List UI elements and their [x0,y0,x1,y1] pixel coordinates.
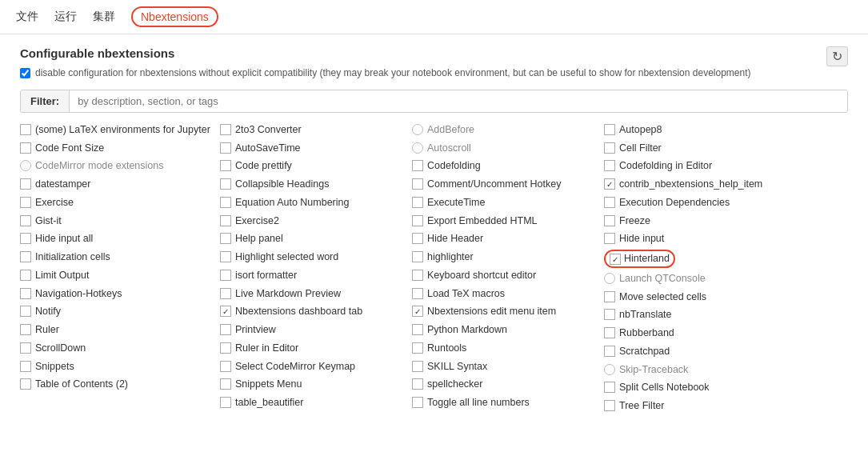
extension-checkbox[interactable] [412,361,423,372]
list-item[interactable]: Rubberband [604,326,780,341]
list-item[interactable]: 2to3 Converter [220,122,412,138]
extension-checkbox[interactable] [20,306,31,317]
list-item[interactable]: Split Cells Notebook [604,380,780,395]
list-item[interactable]: Move selected cells [604,290,780,305]
extension-checkbox[interactable] [604,382,615,393]
list-item[interactable]: Python Markdown [412,322,604,338]
extension-checkbox[interactable] [20,378,31,390]
extension-checkbox[interactable] [20,324,31,335]
list-item[interactable]: Live Markdown Preview [220,286,412,302]
extension-checkbox[interactable] [20,342,31,354]
list-item[interactable]: Tree Filter [604,398,780,414]
extension-checkbox[interactable] [412,251,423,262]
extension-checkbox[interactable] [604,291,615,302]
extension-checkbox[interactable] [412,124,423,135]
extension-checkbox[interactable] [20,270,31,281]
config-checkbox[interactable] [20,68,30,78]
extension-checkbox[interactable] [20,251,31,262]
extension-checkbox[interactable] [220,397,231,408]
extension-checkbox[interactable] [412,288,423,299]
extension-checkbox[interactable]: ✓ [220,306,231,317]
list-item[interactable]: Hide Header [412,231,604,246]
list-item[interactable]: Scratchpad [604,344,780,359]
extension-checkbox[interactable] [412,160,423,171]
extension-checkbox[interactable] [604,327,615,338]
nav-run[interactable]: 运行 [54,10,77,24]
list-item[interactable]: Printview [220,322,412,338]
extension-checkbox[interactable] [220,270,231,281]
list-item[interactable]: Initialization cells [20,250,220,265]
list-item[interactable]: Toggle all line numbers [412,395,604,410]
list-item[interactable]: ScrollDown [20,341,220,356]
extension-checkbox[interactable] [20,160,31,171]
list-item[interactable]: Snippets [20,359,220,374]
nav-cluster[interactable]: 集群 [93,10,115,24]
extension-checkbox[interactable] [604,364,615,375]
extension-checkbox[interactable] [220,215,231,226]
extension-checkbox[interactable] [604,160,615,171]
list-item[interactable]: Codefolding in Editor [604,158,780,174]
extension-checkbox[interactable] [604,142,615,154]
extension-checkbox[interactable] [412,270,423,281]
refresh-button[interactable]: ↻ [826,46,848,66]
list-item[interactable]: Keyboard shortcut editor [412,268,604,283]
list-item[interactable]: Load TeX macros [412,286,604,302]
extension-checkbox[interactable]: ✓ [412,306,423,317]
list-item[interactable]: Table of Contents (2) [20,377,220,392]
extension-checkbox[interactable] [20,288,31,299]
list-item[interactable]: datestamper [20,177,220,192]
list-item[interactable]: Code Font Size [20,141,220,156]
extension-checkbox[interactable]: ✓ [604,178,615,190]
extension-checkbox[interactable] [412,342,423,354]
list-item[interactable]: Hide input all [20,231,220,246]
extension-checkbox[interactable] [220,160,231,171]
list-item[interactable]: Launch QTConsole [604,271,780,286]
list-item[interactable]: Freeze [604,214,780,229]
list-item[interactable]: Highlight selected word [220,250,412,265]
extension-checkbox[interactable] [220,288,231,299]
extension-checkbox[interactable] [412,233,423,244]
extension-checkbox[interactable] [20,215,31,226]
list-item[interactable]: Collapsible Headings [220,177,412,192]
extension-checkbox[interactable] [604,400,615,411]
extension-checkbox[interactable] [412,378,423,390]
list-item[interactable]: nbTranslate [604,307,780,322]
extension-checkbox[interactable] [220,378,231,390]
list-item[interactable]: Skip-Traceback [604,362,780,378]
extension-checkbox[interactable] [412,215,423,226]
extension-checkbox[interactable] [20,124,31,135]
list-item[interactable]: ExecuteTime [412,195,604,210]
list-item[interactable]: Export Embedded HTML [412,214,604,229]
list-item[interactable]: Comment/Uncomment Hotkey [412,177,604,192]
list-item[interactable]: Limit Output [20,268,220,283]
list-item[interactable]: Gist-it [20,214,220,229]
list-item[interactable]: SKILL Syntax [412,359,604,374]
extension-checkbox[interactable] [412,197,423,208]
list-item[interactable]: table_beautifier [220,395,412,410]
list-item[interactable]: ✓Nbextensions dashboard tab [220,304,412,319]
extension-checkbox[interactable] [220,197,231,208]
extension-checkbox[interactable] [220,233,231,244]
nav-file[interactable]: 文件 [16,10,38,24]
extension-checkbox[interactable] [220,324,231,335]
list-item[interactable]: Codefolding [412,158,604,174]
list-item[interactable]: Equation Auto Numbering [220,195,412,210]
extension-checkbox[interactable] [220,124,231,135]
extension-checkbox[interactable] [20,197,31,208]
extension-checkbox[interactable] [220,251,231,262]
list-item[interactable]: Exercise2 [220,214,412,229]
list-item[interactable]: Autoscroll [412,141,604,156]
extension-checkbox[interactable] [220,178,231,190]
list-item[interactable]: spellchecker [412,377,604,392]
list-item[interactable]: (some) LaTeX environments for Jupyter [20,122,220,138]
extension-checkbox[interactable] [220,142,231,154]
extension-checkbox[interactable] [604,309,615,320]
list-item[interactable]: Select CodeMirror Keymap [220,359,412,374]
list-item[interactable]: Autopep8 [604,122,780,138]
list-item[interactable]: Code prettify [220,158,412,174]
extension-checkbox[interactable]: ✓ [610,254,621,265]
list-item[interactable]: Navigation-Hotkeys [20,286,220,302]
list-item[interactable]: Ruler in Editor [220,341,412,356]
list-item[interactable]: Hide input [604,231,780,246]
list-item[interactable]: highlighter [412,250,604,265]
